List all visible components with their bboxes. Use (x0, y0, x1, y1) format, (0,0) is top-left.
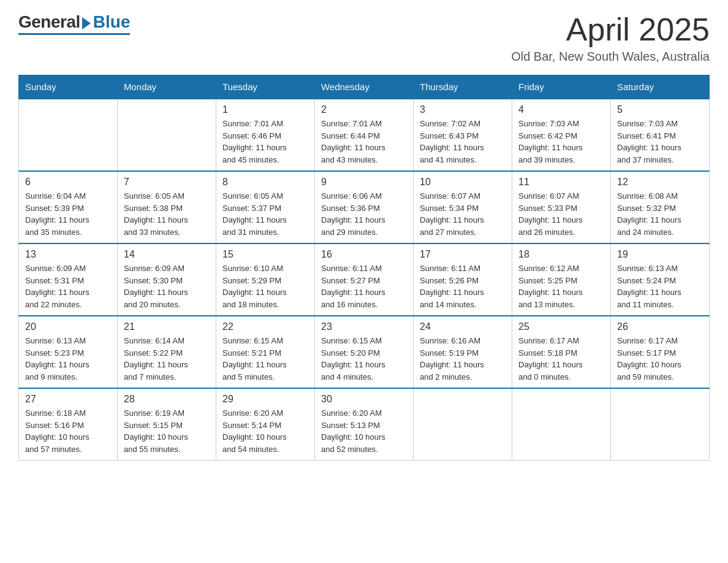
logo-general-text: General (18, 12, 80, 32)
day-number: 9 (321, 177, 407, 188)
day-info: Sunrise: 7:03 AM Sunset: 6:42 PM Dayligh… (518, 118, 604, 166)
day-info: Sunrise: 6:06 AM Sunset: 5:36 PM Dayligh… (321, 190, 407, 238)
calendar-table: SundayMondayTuesdayWednesdayThursdayFrid… (18, 75, 710, 461)
page-header: General Blue April 2025 Old Bar, New Sou… (18, 12, 710, 64)
calendar-cell: 22Sunrise: 6:15 AM Sunset: 5:21 PM Dayli… (216, 316, 315, 388)
calendar-header-monday: Monday (118, 75, 216, 99)
calendar-week-1: 1Sunrise: 7:01 AM Sunset: 6:46 PM Daylig… (19, 99, 710, 171)
day-number: 6 (25, 177, 111, 188)
calendar-cell (19, 99, 118, 171)
day-number: 27 (25, 394, 111, 405)
day-info: Sunrise: 6:16 AM Sunset: 5:19 PM Dayligh… (420, 335, 506, 383)
day-number: 12 (617, 177, 703, 188)
day-info: Sunrise: 6:18 AM Sunset: 5:16 PM Dayligh… (25, 407, 111, 455)
day-number: 30 (321, 394, 407, 405)
calendar-cell (414, 388, 512, 461)
calendar-header-sunday: Sunday (19, 75, 118, 99)
logo-underline (18, 33, 130, 35)
calendar-cell: 27Sunrise: 6:18 AM Sunset: 5:16 PM Dayli… (19, 388, 118, 461)
calendar-cell (118, 99, 216, 171)
day-number: 22 (222, 321, 308, 332)
calendar-header-row: SundayMondayTuesdayWednesdayThursdayFrid… (19, 75, 710, 99)
day-number: 15 (222, 249, 308, 260)
day-info: Sunrise: 6:08 AM Sunset: 5:32 PM Dayligh… (617, 190, 703, 238)
day-number: 16 (321, 249, 407, 260)
day-info: Sunrise: 6:20 AM Sunset: 5:14 PM Dayligh… (222, 407, 308, 455)
calendar-cell: 5Sunrise: 7:03 AM Sunset: 6:41 PM Daylig… (611, 99, 710, 171)
day-info: Sunrise: 6:17 AM Sunset: 5:18 PM Dayligh… (518, 335, 604, 383)
calendar-cell: 28Sunrise: 6:19 AM Sunset: 5:15 PM Dayli… (118, 388, 216, 461)
day-info: Sunrise: 6:11 AM Sunset: 5:27 PM Dayligh… (321, 262, 407, 310)
day-number: 14 (124, 249, 210, 260)
day-number: 10 (420, 177, 506, 188)
logo-triangle-icon (82, 17, 91, 29)
calendar-cell: 14Sunrise: 6:09 AM Sunset: 5:30 PM Dayli… (118, 243, 216, 316)
day-number: 8 (222, 177, 308, 188)
day-info: Sunrise: 6:04 AM Sunset: 5:39 PM Dayligh… (25, 190, 111, 238)
calendar-week-3: 13Sunrise: 6:09 AM Sunset: 5:31 PM Dayli… (19, 243, 710, 316)
day-number: 20 (25, 321, 111, 332)
day-number: 28 (124, 394, 210, 405)
calendar-header-wednesday: Wednesday (315, 75, 414, 99)
calendar-cell: 17Sunrise: 6:11 AM Sunset: 5:26 PM Dayli… (414, 243, 512, 316)
day-number: 1 (222, 104, 308, 115)
calendar-week-4: 20Sunrise: 6:13 AM Sunset: 5:23 PM Dayli… (19, 316, 710, 388)
day-info: Sunrise: 6:17 AM Sunset: 5:17 PM Dayligh… (617, 335, 703, 383)
day-number: 21 (124, 321, 210, 332)
calendar-cell: 26Sunrise: 6:17 AM Sunset: 5:17 PM Dayli… (611, 316, 710, 388)
logo: General Blue (18, 12, 130, 35)
day-info: Sunrise: 7:02 AM Sunset: 6:43 PM Dayligh… (420, 118, 506, 166)
calendar-cell: 10Sunrise: 6:07 AM Sunset: 5:34 PM Dayli… (414, 171, 512, 243)
calendar-cell: 9Sunrise: 6:06 AM Sunset: 5:36 PM Daylig… (315, 171, 414, 243)
calendar-cell: 2Sunrise: 7:01 AM Sunset: 6:44 PM Daylig… (315, 99, 414, 171)
page-subtitle: Old Bar, New South Wales, Australia (511, 50, 710, 64)
day-number: 23 (321, 321, 407, 332)
day-info: Sunrise: 6:15 AM Sunset: 5:21 PM Dayligh… (222, 335, 308, 383)
day-info: Sunrise: 7:03 AM Sunset: 6:41 PM Dayligh… (617, 118, 703, 166)
day-number: 18 (518, 249, 604, 260)
day-info: Sunrise: 7:01 AM Sunset: 6:46 PM Dayligh… (222, 118, 308, 166)
calendar-cell: 13Sunrise: 6:09 AM Sunset: 5:31 PM Dayli… (19, 243, 118, 316)
calendar-cell: 24Sunrise: 6:16 AM Sunset: 5:19 PM Dayli… (414, 316, 512, 388)
day-info: Sunrise: 6:13 AM Sunset: 5:23 PM Dayligh… (25, 335, 111, 383)
calendar-cell: 3Sunrise: 7:02 AM Sunset: 6:43 PM Daylig… (414, 99, 512, 171)
calendar-cell: 29Sunrise: 6:20 AM Sunset: 5:14 PM Dayli… (216, 388, 315, 461)
calendar-cell: 8Sunrise: 6:05 AM Sunset: 5:37 PM Daylig… (216, 171, 315, 243)
day-info: Sunrise: 6:09 AM Sunset: 5:30 PM Dayligh… (124, 262, 210, 310)
calendar-cell: 4Sunrise: 7:03 AM Sunset: 6:42 PM Daylig… (512, 99, 611, 171)
day-number: 29 (222, 394, 308, 405)
day-number: 24 (420, 321, 506, 332)
calendar-week-5: 27Sunrise: 6:18 AM Sunset: 5:16 PM Dayli… (19, 388, 710, 461)
day-info: Sunrise: 6:15 AM Sunset: 5:20 PM Dayligh… (321, 335, 407, 383)
calendar-header-saturday: Saturday (611, 75, 710, 99)
day-number: 4 (518, 104, 604, 115)
day-info: Sunrise: 6:07 AM Sunset: 5:33 PM Dayligh… (518, 190, 604, 238)
calendar-cell: 16Sunrise: 6:11 AM Sunset: 5:27 PM Dayli… (315, 243, 414, 316)
day-info: Sunrise: 6:05 AM Sunset: 5:37 PM Dayligh… (222, 190, 308, 238)
calendar-cell: 18Sunrise: 6:12 AM Sunset: 5:25 PM Dayli… (512, 243, 611, 316)
calendar-cell: 1Sunrise: 7:01 AM Sunset: 6:46 PM Daylig… (216, 99, 315, 171)
day-number: 25 (518, 321, 604, 332)
calendar-cell: 25Sunrise: 6:17 AM Sunset: 5:18 PM Dayli… (512, 316, 611, 388)
calendar-cell: 7Sunrise: 6:05 AM Sunset: 5:38 PM Daylig… (118, 171, 216, 243)
calendar-cell (512, 388, 611, 461)
calendar-cell: 15Sunrise: 6:10 AM Sunset: 5:29 PM Dayli… (216, 243, 315, 316)
logo-blue-text: Blue (93, 12, 131, 32)
day-info: Sunrise: 6:13 AM Sunset: 5:24 PM Dayligh… (617, 262, 703, 310)
calendar-cell: 23Sunrise: 6:15 AM Sunset: 5:20 PM Dayli… (315, 316, 414, 388)
calendar-cell: 20Sunrise: 6:13 AM Sunset: 5:23 PM Dayli… (19, 316, 118, 388)
day-info: Sunrise: 6:20 AM Sunset: 5:13 PM Dayligh… (321, 407, 407, 455)
day-info: Sunrise: 6:19 AM Sunset: 5:15 PM Dayligh… (124, 407, 210, 455)
calendar-header-thursday: Thursday (414, 75, 512, 99)
day-info: Sunrise: 6:05 AM Sunset: 5:38 PM Dayligh… (124, 190, 210, 238)
day-number: 5 (617, 104, 703, 115)
day-info: Sunrise: 6:11 AM Sunset: 5:26 PM Dayligh… (420, 262, 506, 310)
day-info: Sunrise: 6:12 AM Sunset: 5:25 PM Dayligh… (518, 262, 604, 310)
calendar-week-2: 6Sunrise: 6:04 AM Sunset: 5:39 PM Daylig… (19, 171, 710, 243)
day-number: 2 (321, 104, 407, 115)
day-info: Sunrise: 6:14 AM Sunset: 5:22 PM Dayligh… (124, 335, 210, 383)
day-info: Sunrise: 6:07 AM Sunset: 5:34 PM Dayligh… (420, 190, 506, 238)
day-number: 19 (617, 249, 703, 260)
calendar-cell: 19Sunrise: 6:13 AM Sunset: 5:24 PM Dayli… (611, 243, 710, 316)
calendar-cell (611, 388, 710, 461)
